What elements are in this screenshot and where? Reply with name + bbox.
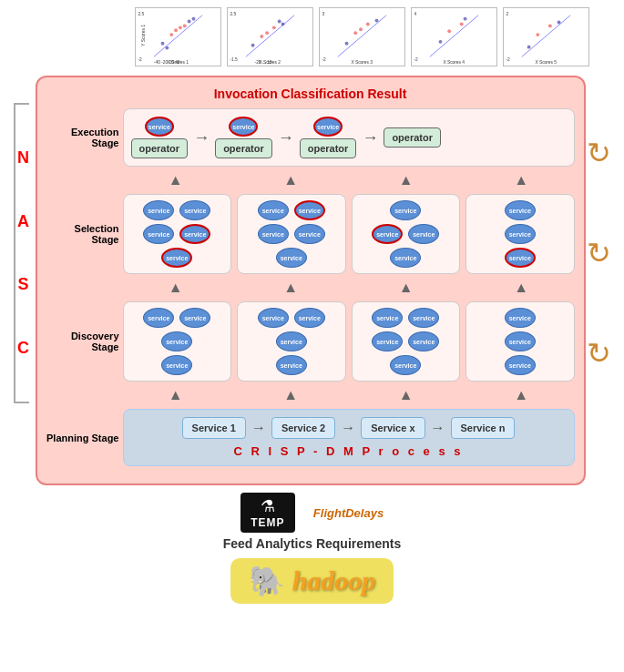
up-arrow-7: ▲ <box>399 280 414 296</box>
sb-s2-3: service <box>258 224 289 244</box>
temp-logo: ⚗ TEMP <box>240 493 295 533</box>
discovery-group-3: service service service service service <box>352 301 461 382</box>
up-arrow-8: ▲ <box>514 280 528 296</box>
sb-d3-2: service <box>408 308 439 328</box>
svg-text:-1.5: -1.5 <box>230 57 238 62</box>
sb-s1-4-selected: service <box>179 224 210 244</box>
bottom-section: ⚗ TEMP FlightDelays Feed Analytics Requi… <box>223 493 402 604</box>
svg-text:X Scores 1: X Scores 1 <box>167 60 189 65</box>
operator-box-1: operator <box>131 138 189 158</box>
flight-delays-logo: FlightDelays <box>313 506 384 520</box>
service-bubble-exec-2: service <box>229 117 258 137</box>
scatter-plot-1: 2.5 -2 -40 -20 20 40 Y Scores 1 X Scores… <box>135 7 221 70</box>
scatter-plot-5: 2 -2 X Scores 5 <box>503 7 589 70</box>
sb-s3-1: service <box>390 200 421 220</box>
scatter-plot-3: 3 -2 X Scores 3 <box>319 7 405 70</box>
svg-text:-2: -2 <box>506 57 510 62</box>
sb-d4-3: service <box>505 355 536 375</box>
svg-text:X Scores 4: X Scores 4 <box>443 60 465 65</box>
nasc-s: S <box>17 275 28 294</box>
sb-s3-4: service <box>390 248 421 268</box>
up-arrow-10: ▲ <box>283 387 298 403</box>
svg-point-11 <box>179 25 182 29</box>
sb-d2-4: service <box>276 355 307 375</box>
scatter-plot-2: 2.5 -1.5 X Scores 2 -20 ... 15 <box>227 7 313 70</box>
up-arrow-5: ▲ <box>169 280 183 296</box>
svg-point-46 <box>548 24 552 27</box>
sb-s2-2-selected: service <box>294 200 325 220</box>
svg-point-30 <box>345 42 349 46</box>
sb-s4-1: service <box>505 200 536 220</box>
svg-point-8 <box>188 20 191 24</box>
svg-point-40 <box>464 17 467 21</box>
exec-item-1: service operator <box>131 117 189 158</box>
up-arrow-12: ▲ <box>514 387 528 403</box>
sb-d3-1: service <box>372 308 403 328</box>
sb-d4-1: service <box>505 308 536 328</box>
svg-point-32 <box>359 27 363 31</box>
svg-text:Y Scores 1: Y Scores 1 <box>141 25 146 46</box>
svg-point-18 <box>260 35 263 38</box>
sb-d4-2: service <box>505 331 536 351</box>
svg-point-31 <box>375 19 379 23</box>
svg-point-5 <box>169 33 173 36</box>
selection-group-3: service service service service <box>352 194 461 274</box>
service-bubble-exec-1: service <box>145 117 174 137</box>
discovery-stage-label: Discovery Stage <box>46 331 119 352</box>
exec-item-2: service operator <box>215 117 272 158</box>
up-arrow-9: ▲ <box>169 387 183 403</box>
svg-point-29 <box>366 23 370 26</box>
svg-line-41 <box>430 15 478 57</box>
execution-stage: service operator → service operator → <box>123 108 575 167</box>
svg-text:-2: -2 <box>138 57 142 62</box>
nasc-c: C <box>17 339 29 358</box>
planning-stage-label: Planning Stage <box>46 433 119 443</box>
up-arrow-2: ▲ <box>283 172 298 188</box>
planning-service-1: Service 1 <box>182 417 246 439</box>
up-arrow-11: ▲ <box>399 387 414 403</box>
sb-s4-3-selected: service <box>505 248 536 268</box>
svg-text:3: 3 <box>322 12 324 16</box>
selection-group-2: service service service service service <box>237 194 346 274</box>
nasc-a: A <box>17 212 29 231</box>
operator-box-4: operator <box>384 127 441 148</box>
exec-arrow-1: → <box>193 128 210 148</box>
exec-arrow-2: → <box>278 128 294 148</box>
sb-d2-3: service <box>276 331 307 351</box>
discovery-group-4: service service service <box>465 301 575 382</box>
operator-box-3: operator <box>300 138 357 158</box>
bottom-logos: ⚗ TEMP FlightDelays <box>240 493 384 533</box>
exec-arrow-3: → <box>362 128 378 148</box>
svg-text:2.5: 2.5 <box>230 12 236 16</box>
sb-d1-2: service <box>179 308 210 328</box>
sb-d1-1: service <box>143 308 174 328</box>
selection-group-4: service service service <box>465 194 575 274</box>
hadoop-logo: 🐘 hadoop <box>230 558 394 604</box>
sb-d2-1: service <box>258 308 289 328</box>
up-arrow-4: ▲ <box>514 172 528 188</box>
svg-text:-2: -2 <box>322 57 326 62</box>
exec-item-4: operator <box>384 127 441 148</box>
feed-analytics-text: Feed Analytics Requirements <box>223 536 402 551</box>
plan-arrow-3: → <box>431 420 445 436</box>
svg-point-45 <box>536 33 539 36</box>
plan-arrow-1: → <box>251 420 266 436</box>
sb-s4-2: service <box>505 224 536 244</box>
svg-point-37 <box>447 29 451 33</box>
svg-point-6 <box>183 24 187 27</box>
execution-stage-label: Execution Stage <box>46 127 119 148</box>
selection-stage: service service service service service <box>123 194 575 274</box>
discovery-group-2: service service service service <box>237 301 346 382</box>
svg-text:X Scores 5: X Scores 5 <box>535 60 557 65</box>
sb-d3-4: service <box>408 331 439 351</box>
sb-s1-3: service <box>143 224 174 244</box>
svg-point-20 <box>251 44 255 47</box>
svg-point-22 <box>265 31 269 35</box>
sb-d1-3: service <box>161 331 192 351</box>
sb-s2-1: service <box>258 200 289 220</box>
sb-s3-2-selected: service <box>372 224 403 244</box>
discovery-group-1: service service service service <box>123 301 232 382</box>
selection-group-1: service service service service service <box>123 194 232 274</box>
up-arrow-1: ▲ <box>169 172 183 188</box>
svg-line-13 <box>154 15 202 57</box>
